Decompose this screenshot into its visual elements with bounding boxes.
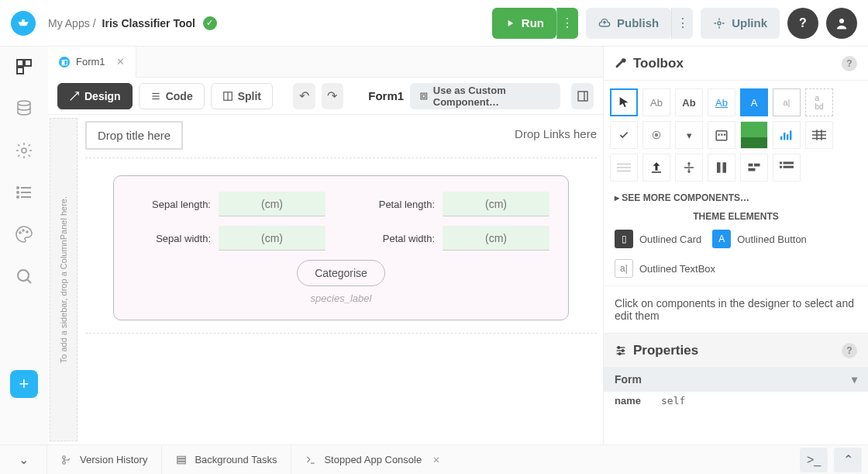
close-icon[interactable]: ✕ bbox=[432, 455, 440, 465]
bottom-expand-button[interactable]: ⌄ bbox=[0, 452, 46, 467]
drop-links-placeholder[interactable]: Drop Links here bbox=[515, 121, 597, 150]
comp-flowpanel[interactable] bbox=[740, 154, 768, 182]
theme-outlined-button[interactable]: AOutlined Button bbox=[712, 230, 807, 248]
anvil-logo[interactable] bbox=[11, 11, 36, 36]
design-mode-button[interactable]: Design bbox=[57, 83, 133, 109]
toolbox-help-icon[interactable]: ? bbox=[842, 56, 857, 71]
comp-columnpanel[interactable] bbox=[708, 154, 735, 182]
drop-title-placeholder[interactable]: Drop title here bbox=[85, 121, 183, 150]
rail-add-button[interactable]: + bbox=[10, 370, 38, 398]
run-button[interactable]: Run bbox=[492, 8, 556, 39]
split-mode-button[interactable]: Split bbox=[211, 83, 273, 109]
comp-repeating[interactable] bbox=[610, 154, 638, 182]
svg-rect-64 bbox=[177, 458, 186, 460]
form-name-label: Form1 bbox=[368, 89, 404, 102]
svg-rect-33 bbox=[780, 137, 782, 140]
breadcrumb-separator: / bbox=[93, 17, 96, 29]
property-name-input[interactable] bbox=[661, 395, 857, 407]
comp-datagrid[interactable] bbox=[805, 121, 833, 149]
categorise-button[interactable]: Categorise bbox=[297, 260, 385, 286]
history-icon bbox=[61, 455, 72, 465]
rail-settings-icon[interactable] bbox=[15, 141, 33, 160]
comp-radio[interactable] bbox=[642, 121, 670, 149]
comp-label-bold[interactable]: Ab bbox=[675, 88, 703, 116]
comp-datepicker[interactable] bbox=[708, 121, 735, 149]
comp-image[interactable] bbox=[740, 121, 768, 149]
comp-link[interactable]: Ab bbox=[708, 88, 735, 116]
redo-button[interactable]: ↷ bbox=[322, 83, 344, 109]
comp-textarea[interactable]: abd bbox=[805, 88, 833, 116]
sepal-width-label: Sepal width: bbox=[156, 233, 211, 244]
petal-width-input[interactable] bbox=[443, 226, 549, 251]
tasks-icon bbox=[176, 455, 187, 465]
wrench-icon bbox=[615, 57, 627, 70]
see-more-components[interactable]: ▸ SEE MORE COMPONENTS… bbox=[604, 189, 868, 206]
svg-point-58 bbox=[622, 349, 624, 351]
uplink-button[interactable]: Uplink bbox=[701, 8, 780, 39]
rail-search-icon[interactable] bbox=[15, 267, 33, 285]
publish-menu-button[interactable]: ⋮ bbox=[671, 8, 693, 39]
comp-dropdown[interactable]: ▾ bbox=[675, 121, 703, 149]
bottom-background-tasks[interactable]: Background Tasks bbox=[161, 445, 291, 475]
svg-rect-4 bbox=[17, 67, 23, 74]
close-icon[interactable]: ✕ bbox=[116, 56, 125, 67]
sepal-length-input[interactable] bbox=[219, 192, 326, 216]
comp-fileloader[interactable] bbox=[642, 154, 670, 182]
bottom-terminal-button[interactable]: >_ bbox=[800, 448, 828, 472]
comp-plot[interactable] bbox=[773, 121, 801, 149]
run-menu-button[interactable]: ⋮ bbox=[556, 8, 578, 39]
rail-database-icon[interactable] bbox=[15, 99, 33, 118]
split-icon bbox=[222, 91, 233, 102]
panel-toggle-button[interactable] bbox=[571, 83, 594, 109]
rail-list-icon[interactable] bbox=[15, 183, 33, 202]
toolbox-header: Toolbox ? bbox=[604, 47, 868, 81]
comp-textbox[interactable]: a| bbox=[773, 88, 801, 116]
button-icon: A bbox=[712, 230, 731, 248]
editor-toolbar: Design Code Split ↶ ↷ Form1 Use as Custo… bbox=[48, 78, 603, 115]
comp-checkbox[interactable] bbox=[610, 121, 638, 149]
bottom-version-history[interactable]: Version History bbox=[46, 445, 161, 475]
sliders-icon bbox=[615, 344, 627, 357]
design-canvas[interactable]: Drop title here Drop Links here Sepal le… bbox=[79, 115, 603, 445]
rail-theme-icon[interactable] bbox=[15, 225, 33, 244]
sepal-length-label: Sepal length: bbox=[152, 199, 211, 210]
svg-rect-63 bbox=[177, 456, 186, 458]
card-icon: ▯ bbox=[615, 230, 633, 248]
form-card[interactable]: Sepal length: Petal length: Sepal width: bbox=[113, 175, 569, 320]
comp-pointer[interactable] bbox=[610, 88, 638, 116]
sepal-width-input[interactable] bbox=[219, 226, 326, 251]
petal-length-input[interactable] bbox=[443, 192, 549, 216]
svg-point-0 bbox=[718, 22, 721, 25]
theme-outlined-textbox[interactable]: a|Outlined TextBox bbox=[615, 259, 715, 278]
svg-rect-2 bbox=[17, 60, 23, 66]
undo-button[interactable]: ↶ bbox=[293, 83, 315, 109]
console-icon bbox=[305, 455, 316, 465]
theme-outlined-card[interactable]: ▯Outlined Card bbox=[615, 230, 701, 248]
canvas-divider bbox=[85, 333, 597, 334]
custom-component-button[interactable]: Use as Custom Component… bbox=[410, 83, 560, 109]
breadcrumb-app-name[interactable]: Iris Classifier Tool bbox=[102, 17, 195, 29]
component-grid: Ab Ab Ab A a| abd ▾ bbox=[604, 81, 868, 189]
properties-help-icon[interactable]: ? bbox=[842, 343, 857, 358]
comp-button[interactable]: A bbox=[740, 88, 768, 116]
code-icon bbox=[150, 91, 161, 102]
svg-point-59 bbox=[618, 352, 621, 355]
comp-label[interactable]: Ab bbox=[642, 88, 670, 116]
breadcrumb-root[interactable]: My Apps bbox=[48, 17, 90, 29]
code-mode-button[interactable]: Code bbox=[139, 83, 205, 109]
properties-section-form[interactable]: Form ▾ bbox=[604, 367, 868, 392]
account-button[interactable] bbox=[826, 8, 857, 39]
rail-app-icon[interactable] bbox=[15, 57, 33, 76]
sidebar-drop-hint[interactable]: To add a sidebar, drop a ColumnPanel her… bbox=[50, 118, 78, 441]
svg-rect-35 bbox=[787, 134, 788, 140]
publish-button[interactable]: Publish bbox=[586, 8, 671, 39]
help-button[interactable]: ? bbox=[787, 8, 818, 39]
comp-xypanel[interactable] bbox=[773, 154, 801, 182]
bottom-app-console[interactable]: Stopped App Console ✕ bbox=[291, 445, 454, 475]
comp-spacer[interactable] bbox=[675, 154, 703, 182]
properties-header: Properties ? bbox=[604, 333, 868, 367]
bottom-collapse-button[interactable]: ⌃ bbox=[834, 448, 862, 472]
svg-point-16 bbox=[18, 270, 29, 281]
tab-form1[interactable]: ◧ Form1 ✕ bbox=[48, 47, 136, 78]
svg-rect-25 bbox=[578, 92, 587, 101]
